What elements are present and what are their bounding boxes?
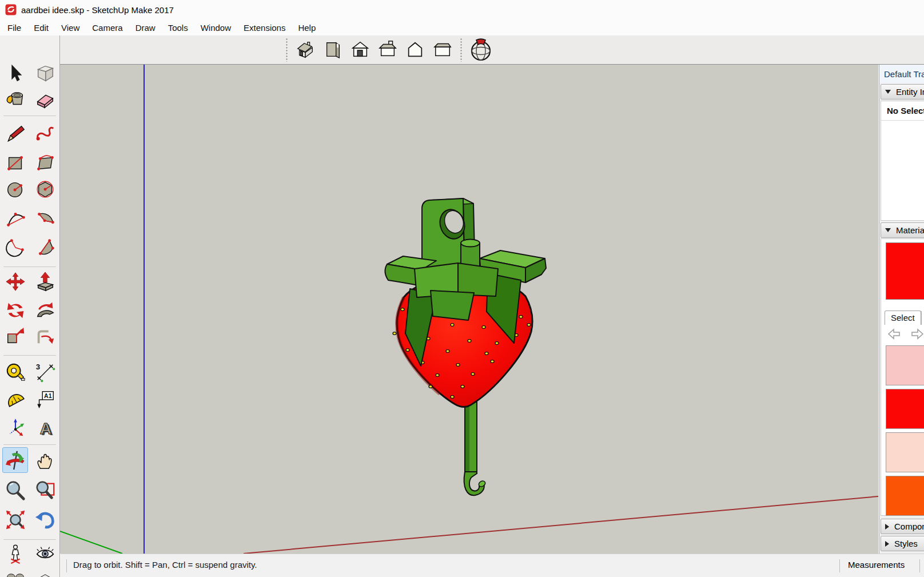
look-around-eye-icon: [34, 543, 56, 564]
tool-line[interactable]: [2, 121, 28, 146]
material-swatch-light-pink[interactable]: [886, 432, 924, 472]
tool-3-point-arc[interactable]: [2, 234, 28, 260]
select-icon: [5, 62, 26, 84]
materials-header[interactable]: Materials: [881, 222, 924, 238]
tool-scale[interactable]: [2, 323, 28, 348]
menu-edit[interactable]: Edit: [27, 21, 55, 35]
materials-label: Materials: [896, 225, 924, 235]
tab-edit[interactable]: Edit: [921, 311, 924, 325]
text-icon: A1: [34, 388, 56, 410]
back-arrow-icon[interactable]: [887, 328, 902, 340]
status-divider: [919, 559, 920, 572]
tool-dimensions[interactable]: 3: [32, 359, 58, 385]
right-view-button[interactable]: [433, 40, 452, 59]
tool-make-component[interactable]: [32, 60, 58, 86]
tool-tape-measure[interactable]: [2, 359, 28, 385]
tool-orbit[interactable]: [2, 447, 28, 473]
material-swatch-pink[interactable]: [886, 345, 924, 385]
tool-look-around[interactable]: [32, 540, 58, 566]
three-point-arc-icon: [5, 237, 26, 258]
components-label: Components: [894, 522, 924, 531]
materials-content: Select Edit: [881, 238, 924, 516]
tool-paint-bucket[interactable]: [2, 86, 28, 112]
zoom-icon: [5, 480, 26, 502]
tool-eraser[interactable]: [32, 86, 58, 112]
tool-protractor[interactable]: [2, 386, 28, 412]
tool-select[interactable]: [2, 60, 28, 86]
menu-tools[interactable]: Tools: [162, 21, 194, 35]
dimensions-icon: 3: [34, 361, 56, 383]
menu-draw[interactable]: Draw: [129, 21, 162, 35]
tool-pan[interactable]: [32, 447, 58, 473]
model-canvas[interactable]: [60, 65, 878, 554]
tool-3d-text[interactable]: AA: [32, 415, 58, 441]
polygon-icon: [34, 178, 56, 200]
menu-view[interactable]: View: [55, 21, 86, 35]
tool-freehand[interactable]: [32, 121, 58, 146]
tool-pie[interactable]: [32, 234, 58, 260]
toolbar-grip[interactable]: [460, 38, 463, 62]
window-title: aardbei idee.skp - SketchUp Make 2017: [21, 5, 174, 15]
tool-move[interactable]: [2, 269, 28, 295]
tool-polygon[interactable]: [32, 176, 58, 202]
menu-window[interactable]: Window: [194, 21, 237, 35]
styles-header[interactable]: Styles: [881, 536, 924, 551]
circle-icon: [5, 178, 26, 200]
title-bar: aardbei idee.skp - SketchUp Make 2017: [0, 0, 924, 19]
dimension-digit: 3: [35, 363, 39, 371]
menu-extensions[interactable]: Extensions: [237, 21, 292, 35]
left-view-button[interactable]: [405, 40, 425, 59]
scale-icon: [5, 325, 26, 347]
tool-zoom[interactable]: [2, 477, 28, 503]
tool-circle[interactable]: [2, 176, 28, 202]
orbit-icon: [5, 449, 26, 471]
tool-axes[interactable]: [2, 415, 28, 441]
tool-text[interactable]: A1: [32, 386, 58, 412]
zoom-extents-icon: [5, 509, 26, 531]
tool-rotate[interactable]: [2, 297, 28, 323]
tool-push-pull[interactable]: [32, 269, 58, 295]
strawberry-model[interactable]: [385, 198, 546, 495]
front-view-icon: [351, 40, 370, 59]
toolbar-grip[interactable]: [285, 38, 288, 62]
forward-arrow-icon[interactable]: [910, 328, 924, 340]
tool-offset[interactable]: [32, 323, 58, 348]
make-component-icon: [34, 62, 56, 84]
front-view-button[interactable]: [351, 40, 370, 59]
components-header[interactable]: Components: [881, 519, 924, 534]
tool-2-point-arc[interactable]: [32, 206, 58, 232]
materials-tabs: Select Edit: [885, 310, 924, 325]
tool-position-camera[interactable]: [2, 540, 28, 566]
3d-viewport[interactable]: [60, 65, 878, 554]
toolbar-strip: Large T... x: [0, 35, 924, 65]
top-view-button[interactable]: [323, 40, 342, 59]
entity-info-header[interactable]: Entity Info: [881, 84, 924, 100]
collapse-arrow-icon: [885, 90, 891, 94]
tool-walk[interactable]: [2, 569, 28, 577]
material-swatch-orange[interactable]: [886, 476, 924, 516]
iso-view-button[interactable]: [296, 40, 315, 59]
menu-file[interactable]: File: [1, 21, 27, 35]
push-pull-icon: [34, 271, 56, 293]
sketchup-logo-icon: [5, 4, 17, 15]
selection-status: No Selection: [881, 101, 924, 116]
entity-info-label: Entity Info: [896, 87, 924, 97]
orbit-globe-icon: [468, 37, 493, 62]
tool-section-plane[interactable]: [32, 569, 58, 577]
collapse-arrow-icon: [885, 228, 891, 232]
orbit-globe-button[interactable]: [468, 37, 493, 62]
status-divider: [66, 559, 67, 572]
tool-follow-me[interactable]: [32, 297, 58, 323]
tool-arc[interactable]: [2, 206, 28, 232]
back-view-button[interactable]: [378, 40, 397, 59]
tool-rectangle[interactable]: [2, 150, 28, 176]
status-hint: Drag to orbit. Shift = Pan, Ctrl = suspe…: [73, 560, 257, 570]
menu-camera[interactable]: Camera: [86, 21, 129, 35]
tool-zoom-extents[interactable]: [2, 507, 28, 532]
tab-select[interactable]: Select: [885, 311, 921, 325]
material-swatch-red[interactable]: [886, 389, 924, 429]
menu-help[interactable]: Help: [292, 21, 322, 35]
tool-rotated-rectangle[interactable]: [32, 150, 58, 176]
tool-previous[interactable]: [32, 507, 58, 532]
tool-zoom-window[interactable]: [32, 477, 58, 503]
